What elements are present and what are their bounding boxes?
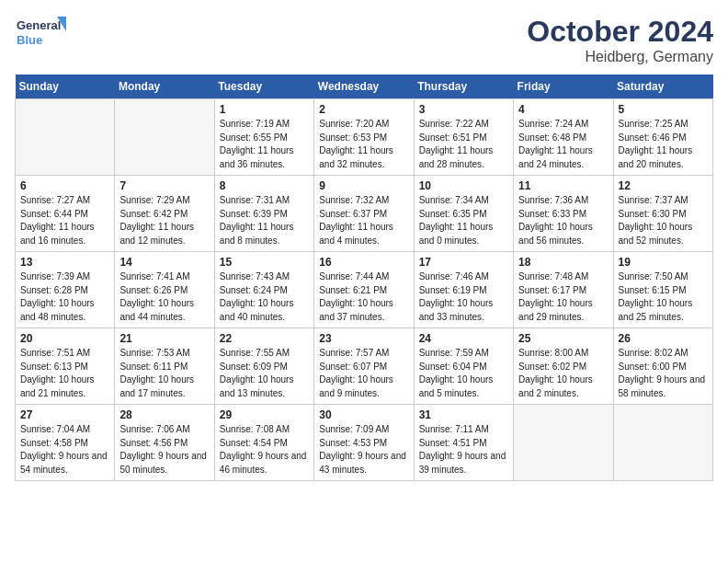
day-info: Sunrise: 8:00 AM Sunset: 6:02 PM Dayligh… xyxy=(518,347,608,400)
calendar-day-cell: 21 Sunrise: 7:53 AM Sunset: 6:11 PM Dayl… xyxy=(115,328,214,405)
day-number: 25 xyxy=(518,332,608,345)
day-number: 4 xyxy=(518,103,608,116)
day-info: Sunrise: 7:51 AM Sunset: 6:13 PM Dayligh… xyxy=(20,347,109,400)
day-number: 15 xyxy=(220,256,309,269)
day-number: 22 xyxy=(220,332,309,345)
weekday-header: Thursday xyxy=(414,75,513,99)
day-number: 28 xyxy=(119,408,209,421)
calendar-day-cell: 1 Sunrise: 7:19 AM Sunset: 6:55 PM Dayli… xyxy=(214,99,313,176)
day-number: 11 xyxy=(518,179,608,192)
day-number: 23 xyxy=(319,332,408,345)
day-number: 18 xyxy=(518,256,608,269)
day-number: 29 xyxy=(220,408,309,421)
day-number: 20 xyxy=(20,332,109,345)
calendar-week-row: 6 Sunrise: 7:27 AM Sunset: 6:44 PM Dayli… xyxy=(16,176,713,252)
day-info: Sunrise: 7:50 AM Sunset: 6:15 PM Dayligh… xyxy=(619,270,708,324)
calendar-day-cell: 13 Sunrise: 7:39 AM Sunset: 6:28 PM Dayl… xyxy=(16,252,115,328)
weekday-header: Sunday xyxy=(16,75,115,99)
calendar-day-cell: 17 Sunrise: 7:46 AM Sunset: 6:19 PM Dayl… xyxy=(414,252,513,328)
day-info: Sunrise: 7:36 AM Sunset: 6:33 PM Dayligh… xyxy=(518,194,608,247)
calendar-day-cell: 7 Sunrise: 7:29 AM Sunset: 6:42 PM Dayli… xyxy=(115,176,214,252)
page-header: General Blue October 2024 Heidberg, Germ… xyxy=(15,15,713,65)
day-info: Sunrise: 7:20 AM Sunset: 6:53 PM Dayligh… xyxy=(319,118,408,171)
day-info: Sunrise: 7:32 AM Sunset: 6:37 PM Dayligh… xyxy=(319,194,408,247)
day-number: 2 xyxy=(319,103,408,116)
weekday-header: Tuesday xyxy=(214,75,313,99)
day-number: 5 xyxy=(619,103,708,116)
day-info: Sunrise: 7:48 AM Sunset: 6:17 PM Dayligh… xyxy=(518,270,608,324)
calendar-day-cell: 8 Sunrise: 7:31 AM Sunset: 6:39 PM Dayli… xyxy=(214,176,313,252)
calendar-day-cell: 24 Sunrise: 7:59 AM Sunset: 6:04 PM Dayl… xyxy=(414,328,513,405)
calendar-day-cell: 29 Sunrise: 7:08 AM Sunset: 4:54 PM Dayl… xyxy=(214,405,313,481)
day-info: Sunrise: 7:59 AM Sunset: 6:04 PM Dayligh… xyxy=(419,347,508,400)
weekday-header: Monday xyxy=(115,75,214,99)
day-info: Sunrise: 7:39 AM Sunset: 6:28 PM Dayligh… xyxy=(20,270,109,324)
day-info: Sunrise: 7:09 AM Sunset: 4:53 PM Dayligh… xyxy=(319,423,408,477)
calendar-day-cell: 10 Sunrise: 7:34 AM Sunset: 6:35 PM Dayl… xyxy=(414,176,513,252)
day-info: Sunrise: 7:37 AM Sunset: 6:30 PM Dayligh… xyxy=(619,194,708,247)
calendar-day-cell: 14 Sunrise: 7:41 AM Sunset: 6:26 PM Dayl… xyxy=(115,252,214,328)
calendar-day-cell: 27 Sunrise: 7:04 AM Sunset: 4:58 PM Dayl… xyxy=(16,405,115,481)
day-info: Sunrise: 7:19 AM Sunset: 6:55 PM Dayligh… xyxy=(220,118,309,171)
day-number: 13 xyxy=(20,256,109,269)
day-number: 3 xyxy=(419,103,508,116)
calendar-day-cell: 26 Sunrise: 8:02 AM Sunset: 6:00 PM Dayl… xyxy=(613,328,712,405)
calendar-week-row: 20 Sunrise: 7:51 AM Sunset: 6:13 PM Dayl… xyxy=(16,328,713,405)
calendar-day-cell: 11 Sunrise: 7:36 AM Sunset: 6:33 PM Dayl… xyxy=(514,176,613,252)
calendar-day-cell: 31 Sunrise: 7:11 AM Sunset: 4:51 PM Dayl… xyxy=(414,405,513,481)
month-title: October 2024 xyxy=(527,15,713,49)
svg-text:Blue: Blue xyxy=(17,33,42,47)
calendar-day-cell: 30 Sunrise: 7:09 AM Sunset: 4:53 PM Dayl… xyxy=(314,405,414,481)
calendar-body: 1 Sunrise: 7:19 AM Sunset: 6:55 PM Dayli… xyxy=(16,99,713,481)
calendar-day-cell: 12 Sunrise: 7:37 AM Sunset: 6:30 PM Dayl… xyxy=(613,176,712,252)
day-info: Sunrise: 7:53 AM Sunset: 6:11 PM Dayligh… xyxy=(119,347,209,400)
logo: General Blue xyxy=(15,15,70,52)
location: Heidberg, Germany xyxy=(527,49,713,65)
calendar-day-cell xyxy=(115,99,214,176)
calendar-day-cell xyxy=(613,405,712,481)
day-info: Sunrise: 7:25 AM Sunset: 6:46 PM Dayligh… xyxy=(619,118,708,171)
weekday-header: Wednesday xyxy=(314,75,414,99)
day-number: 16 xyxy=(319,256,408,269)
day-number: 27 xyxy=(20,408,109,421)
calendar-day-cell: 22 Sunrise: 7:55 AM Sunset: 6:09 PM Dayl… xyxy=(214,328,313,405)
day-info: Sunrise: 7:06 AM Sunset: 4:56 PM Dayligh… xyxy=(119,423,209,477)
day-info: Sunrise: 7:29 AM Sunset: 6:42 PM Dayligh… xyxy=(119,194,209,247)
day-info: Sunrise: 7:41 AM Sunset: 6:26 PM Dayligh… xyxy=(119,270,209,324)
day-number: 30 xyxy=(319,408,408,421)
day-info: Sunrise: 7:08 AM Sunset: 4:54 PM Dayligh… xyxy=(220,423,309,477)
day-number: 1 xyxy=(220,103,309,116)
calendar-day-cell: 9 Sunrise: 7:32 AM Sunset: 6:37 PM Dayli… xyxy=(314,176,414,252)
day-number: 6 xyxy=(20,179,109,192)
calendar-header: SundayMondayTuesdayWednesdayThursdayFrid… xyxy=(16,75,713,99)
calendar-week-row: 13 Sunrise: 7:39 AM Sunset: 6:28 PM Dayl… xyxy=(16,252,713,328)
day-info: Sunrise: 7:11 AM Sunset: 4:51 PM Dayligh… xyxy=(419,423,508,477)
day-number: 9 xyxy=(319,179,408,192)
calendar-day-cell xyxy=(16,99,115,176)
calendar-day-cell: 4 Sunrise: 7:24 AM Sunset: 6:48 PM Dayli… xyxy=(514,99,613,176)
weekday-header: Saturday xyxy=(613,75,712,99)
day-info: Sunrise: 7:44 AM Sunset: 6:21 PM Dayligh… xyxy=(319,270,408,324)
day-info: Sunrise: 7:55 AM Sunset: 6:09 PM Dayligh… xyxy=(220,347,309,400)
day-number: 12 xyxy=(619,179,708,192)
logo-svg: General Blue xyxy=(15,15,70,52)
calendar-week-row: 27 Sunrise: 7:04 AM Sunset: 4:58 PM Dayl… xyxy=(16,405,713,481)
day-number: 24 xyxy=(419,332,508,345)
day-info: Sunrise: 7:24 AM Sunset: 6:48 PM Dayligh… xyxy=(518,118,608,171)
day-info: Sunrise: 7:04 AM Sunset: 4:58 PM Dayligh… xyxy=(20,423,109,477)
day-number: 26 xyxy=(619,332,708,345)
calendar-week-row: 1 Sunrise: 7:19 AM Sunset: 6:55 PM Dayli… xyxy=(16,99,713,176)
day-number: 17 xyxy=(419,256,508,269)
day-number: 8 xyxy=(220,179,309,192)
calendar-day-cell: 6 Sunrise: 7:27 AM Sunset: 6:44 PM Dayli… xyxy=(16,176,115,252)
calendar-day-cell: 20 Sunrise: 7:51 AM Sunset: 6:13 PM Dayl… xyxy=(16,328,115,405)
weekday-row: SundayMondayTuesdayWednesdayThursdayFrid… xyxy=(16,75,713,99)
day-number: 19 xyxy=(619,256,708,269)
title-block: October 2024 Heidberg, Germany xyxy=(527,15,713,65)
calendar-day-cell: 16 Sunrise: 7:44 AM Sunset: 6:21 PM Dayl… xyxy=(314,252,414,328)
calendar-day-cell: 18 Sunrise: 7:48 AM Sunset: 6:17 PM Dayl… xyxy=(514,252,613,328)
calendar-day-cell: 23 Sunrise: 7:57 AM Sunset: 6:07 PM Dayl… xyxy=(314,328,414,405)
day-info: Sunrise: 7:43 AM Sunset: 6:24 PM Dayligh… xyxy=(220,270,309,324)
day-number: 14 xyxy=(119,256,209,269)
day-info: Sunrise: 7:57 AM Sunset: 6:07 PM Dayligh… xyxy=(319,347,408,400)
